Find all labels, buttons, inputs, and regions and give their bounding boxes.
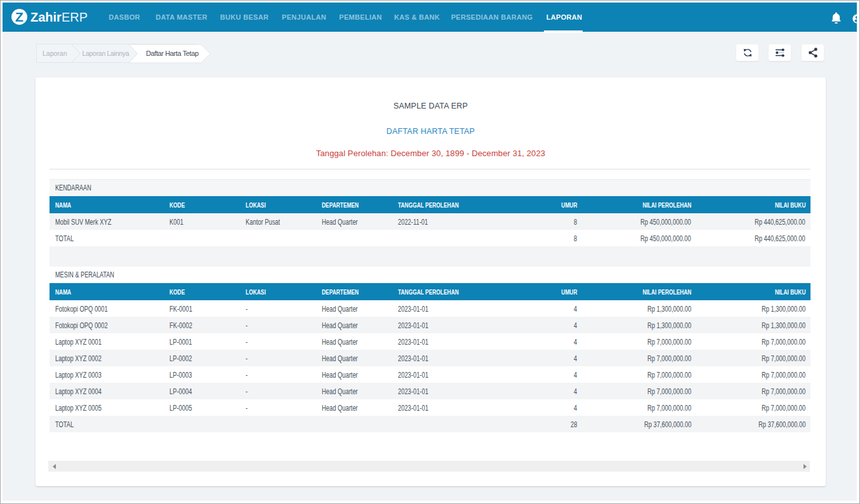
svg-text:Daftar Harta Tetap: Daftar Harta Tetap <box>146 50 199 57</box>
svg-text:Laporan: Laporan <box>43 50 67 57</box>
svg-text:Laporan Lainnya: Laporan Lainnya <box>83 50 129 57</box>
